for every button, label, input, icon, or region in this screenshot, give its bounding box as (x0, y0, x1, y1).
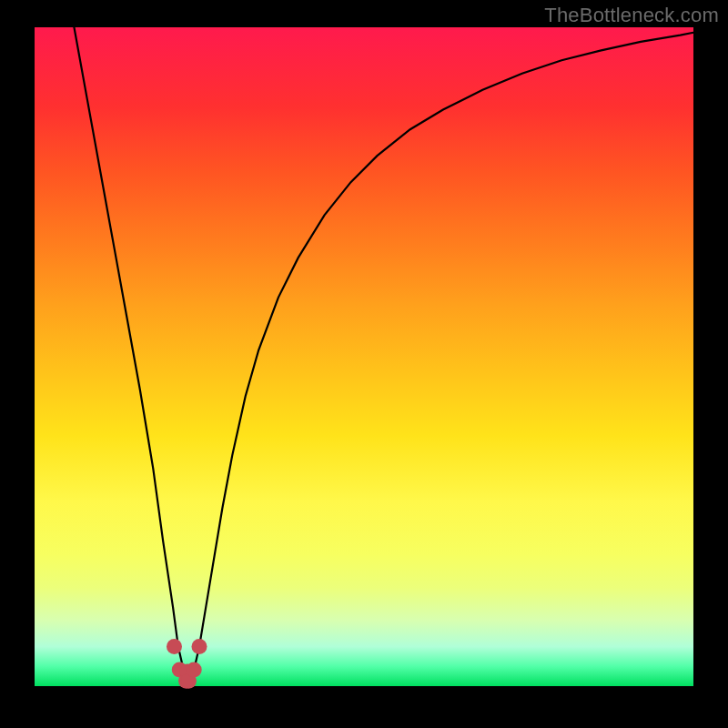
bottleneck-curve (74, 27, 693, 678)
valley-marker-dot (192, 639, 207, 654)
valley-marker-dot (187, 662, 202, 677)
valley-marker (167, 639, 207, 689)
chart-frame: TheBottleneck.com (0, 0, 728, 728)
plot-layer (74, 27, 693, 689)
chart-svg (0, 0, 728, 728)
valley-marker-dot (167, 639, 182, 654)
watermark-label: TheBottleneck.com (544, 4, 719, 27)
